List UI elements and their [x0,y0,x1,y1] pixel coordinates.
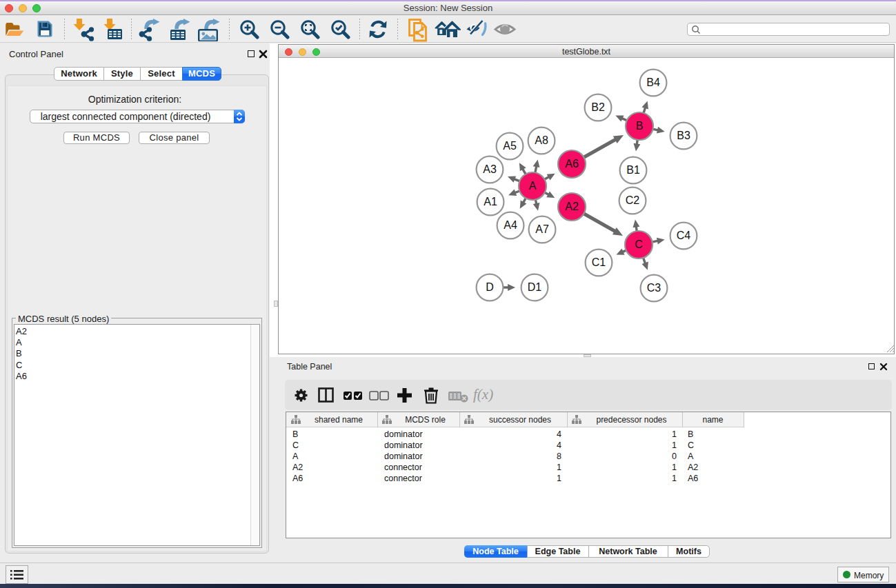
svg-text:B4: B4 [646,77,660,88]
svg-text:A2: A2 [565,201,579,212]
svg-text:B1: B1 [626,164,640,176]
svg-text:A: A [529,180,537,192]
svg-text:A4: A4 [504,219,517,231]
svg-text:A5: A5 [503,140,517,152]
svg-text:A1: A1 [484,196,497,207]
svg-text:A6: A6 [565,158,579,170]
svg-text:D: D [486,281,494,293]
svg-text:C2: C2 [626,194,640,206]
svg-text:A8: A8 [535,134,548,146]
svg-text:A7: A7 [535,223,549,235]
svg-text:C1: C1 [592,256,606,268]
svg-text:B2: B2 [591,101,605,113]
svg-text:C: C [635,239,643,250]
svg-text:B3: B3 [677,130,690,141]
svg-text:B: B [636,120,644,132]
svg-text:A3: A3 [483,163,497,175]
svg-text:D1: D1 [528,281,542,293]
svg-text:C4: C4 [677,230,691,241]
svg-text:C3: C3 [647,282,661,294]
